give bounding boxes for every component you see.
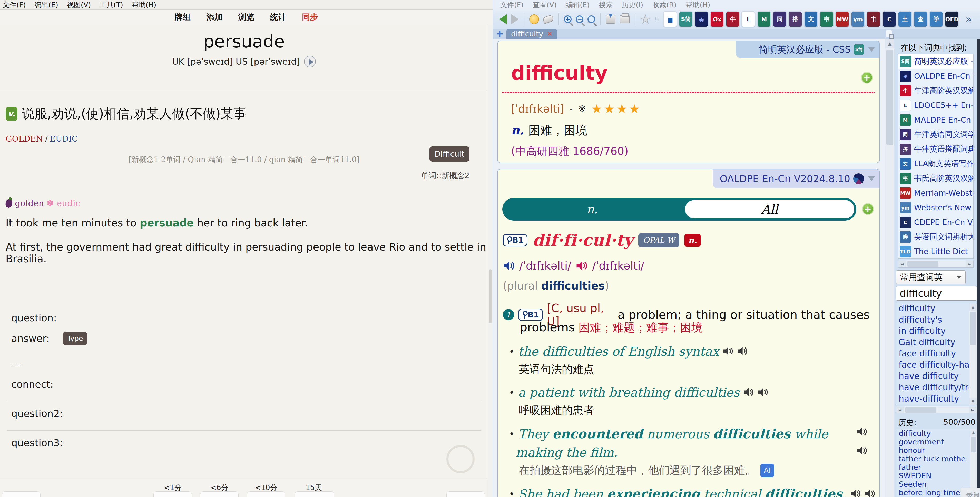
pronounce-icon[interactable] bbox=[542, 14, 554, 24]
scroll-left-icon[interactable]: ◄ bbox=[898, 260, 906, 267]
menu-item[interactable]: 编辑(E) bbox=[566, 0, 590, 10]
anki-scrollbar[interactable] bbox=[488, 24, 493, 497]
history-item[interactable]: SWEDEN bbox=[896, 472, 977, 480]
menu-item[interactable]: 搜索 bbox=[599, 0, 612, 10]
scroll-right-icon[interactable]: ► bbox=[966, 260, 973, 267]
chevron-down-icon[interactable] bbox=[868, 47, 875, 52]
history-scrollbar[interactable]: ▲ bbox=[970, 429, 977, 497]
dictionary-bar-icon[interactable]: 学 bbox=[929, 11, 943, 27]
add-to-favorites-icon[interactable]: + bbox=[861, 72, 873, 84]
good-button[interactable] bbox=[247, 491, 285, 497]
toolbar-item-牌组[interactable]: 牌组 bbox=[175, 12, 191, 22]
scan-popup-icon[interactable] bbox=[529, 14, 539, 24]
menu-item[interactable]: 编辑(E) bbox=[35, 0, 58, 10]
suggestion-item[interactable]: Gait difficulty bbox=[896, 337, 977, 349]
suggestion-item[interactable]: face difficulty-hav bbox=[896, 360, 977, 371]
menu-item[interactable]: 帮助(H) bbox=[686, 0, 710, 10]
history-item[interactable]: Seeden bbox=[896, 480, 977, 488]
save-article-icon[interactable] bbox=[606, 15, 616, 24]
edit-button[interactable]: 编辑 bbox=[2, 491, 41, 497]
dictionary-bar-icon[interactable]: ▆ bbox=[663, 11, 677, 27]
suggestion-item[interactable]: difficulty's bbox=[896, 314, 977, 326]
again-button[interactable] bbox=[153, 491, 192, 497]
menu-item[interactable]: 文件(F) bbox=[3, 0, 26, 10]
dictionary-bar-icon[interactable]: OED bbox=[945, 11, 959, 27]
dictionary-bar-icon[interactable]: 牛 bbox=[726, 11, 740, 27]
dictionary-bar-icon[interactable]: 书 bbox=[867, 11, 880, 27]
record-button[interactable]: 录制 bbox=[961, 488, 980, 497]
dictionary-bar-overflow[interactable]: » bbox=[966, 13, 972, 25]
print-icon[interactable] bbox=[620, 15, 630, 23]
tab-close-icon[interactable]: ✕ bbox=[547, 30, 552, 38]
easy-button[interactable] bbox=[294, 491, 334, 497]
history-item[interactable]: difficulty bbox=[896, 429, 977, 438]
toolbar-item-浏览[interactable]: 浏览 bbox=[238, 12, 254, 22]
dictionary-list-item[interactable]: ◉OALDPE En-Cn V2024.8.1 bbox=[898, 69, 973, 83]
scroll-up-icon[interactable]: ▲ bbox=[969, 303, 977, 311]
group-select[interactable]: 常用查词英 bbox=[896, 270, 966, 284]
speaker-icon[interactable] bbox=[737, 346, 748, 357]
pos-filter-all[interactable]: All bbox=[685, 200, 854, 219]
dictionary-list-item[interactable]: 搭牛津英语搭配词典 英汉双解 bbox=[898, 142, 973, 156]
entry1-header[interactable]: 简明英汉必应版 - CSS S简 bbox=[736, 41, 880, 58]
menu-item[interactable]: 帮助(H) bbox=[132, 0, 156, 10]
suggestion-hscrollbar[interactable]: ◄ ► bbox=[896, 406, 977, 413]
scroll-left-icon[interactable]: ◄ bbox=[896, 406, 904, 413]
scroll-down-icon[interactable]: ▼ bbox=[969, 398, 977, 405]
dictionary-list-item[interactable]: 同牛津英语同义词学习词典 bbox=[898, 127, 973, 142]
dictionary-bar-icon[interactable]: 文 bbox=[804, 11, 818, 27]
menu-item[interactable]: 收藏(R) bbox=[652, 0, 676, 10]
speaker-icon[interactable] bbox=[856, 445, 867, 456]
dictionary-list-item[interactable]: MWMerriam-Webster's Colleg bbox=[898, 186, 973, 200]
suggestion-scrollbar[interactable]: ▲ ▼ bbox=[969, 303, 977, 405]
dictionary-bar-icon[interactable]: 土 bbox=[898, 11, 912, 27]
dictionary-list-item[interactable]: 辨英语同义词辨析大词典_王 bbox=[898, 230, 973, 244]
speaker-icon[interactable] bbox=[743, 387, 754, 398]
dictionary-list-item[interactable]: 文LLA朗文英语写作活用 bbox=[898, 156, 973, 171]
dictionary-bar-icon[interactable]: C bbox=[882, 11, 896, 27]
toolbar-item-同步[interactable]: 同步 bbox=[302, 12, 318, 22]
menu-item[interactable]: 查看(V) bbox=[533, 0, 557, 10]
add-to-favorites-icon[interactable]: + bbox=[862, 203, 874, 215]
entry2-header[interactable]: OALDPE En-Cn V2024.8.10 bbox=[713, 169, 880, 188]
speaker-icon[interactable] bbox=[850, 488, 861, 497]
dictionary-bar-icon[interactable]: 同 bbox=[773, 11, 787, 27]
article-scrollbar-thumb[interactable] bbox=[886, 50, 893, 144]
history-item[interactable]: honour bbox=[896, 446, 977, 454]
suggestion-scrollbar-thumb[interactable] bbox=[970, 311, 976, 345]
type-badge[interactable]: Type bbox=[63, 332, 87, 345]
history-item[interactable]: father fuck mothe bbox=[896, 454, 977, 463]
toolbar-item-统计[interactable]: 统计 bbox=[270, 12, 286, 22]
hscrollbar-thumb[interactable] bbox=[905, 407, 936, 413]
speaker-icon[interactable] bbox=[722, 346, 733, 357]
detach-panel-icon[interactable] bbox=[886, 30, 892, 37]
dictionary-list-item[interactable]: CCDEPE En-Cn V2024.8.13 bbox=[898, 215, 973, 230]
speaker-icon[interactable] bbox=[856, 426, 867, 438]
suggestion-item[interactable]: have difficulty/tro bbox=[896, 383, 977, 394]
dictionary-list-item[interactable]: MMALDPE En-Cn V2024.8. bbox=[898, 113, 973, 127]
speaker-icon[interactable] bbox=[757, 387, 768, 398]
suggestion-item[interactable]: in difficulty bbox=[896, 326, 977, 337]
article-scrollbar[interactable]: ▲ bbox=[885, 39, 894, 497]
hard-button[interactable] bbox=[200, 491, 239, 497]
scroll-right-icon[interactable]: ► bbox=[969, 406, 977, 413]
tab-difficulty[interactable]: difficulty ✕ bbox=[506, 29, 557, 39]
zoom-in-icon[interactable]: + bbox=[564, 15, 571, 23]
scroll-up-icon[interactable]: ▲ bbox=[885, 39, 894, 48]
pos-filter-noun[interactable]: n. bbox=[502, 198, 682, 221]
history-item[interactable]: government bbox=[896, 438, 977, 446]
back-icon[interactable] bbox=[499, 14, 507, 24]
play-audio-button[interactable] bbox=[304, 56, 316, 67]
zoom-reset-icon[interactable] bbox=[587, 15, 595, 23]
dictionary-list-item[interactable]: ymWebster's New Dictionar bbox=[898, 200, 973, 215]
ai-badge[interactable]: AI bbox=[760, 464, 774, 477]
scroll-up-icon[interactable]: ▲ bbox=[970, 429, 977, 436]
dictionary-bar-icon[interactable]: S简 bbox=[679, 11, 693, 27]
toolbar-item-添加[interactable]: 添加 bbox=[207, 12, 223, 22]
dictionary-list-item[interactable]: S简简明英汉必应版 - CSS bbox=[898, 54, 973, 69]
speaker-icon[interactable] bbox=[864, 488, 875, 497]
suggestion-item[interactable]: face difficulty bbox=[896, 349, 977, 360]
anki-scrollbar-thumb[interactable] bbox=[489, 269, 492, 323]
zoom-out-icon[interactable]: − bbox=[576, 15, 583, 23]
history-scrollbar-thumb[interactable] bbox=[971, 437, 976, 452]
